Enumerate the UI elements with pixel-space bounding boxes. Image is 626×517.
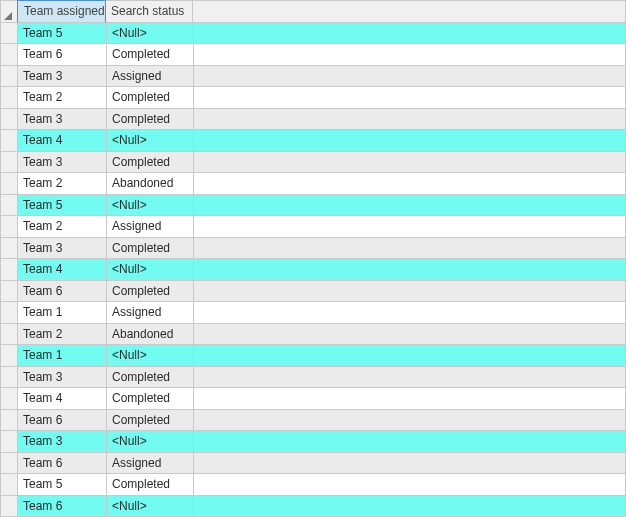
cell-team[interactable]: Team 3 bbox=[18, 367, 107, 389]
row-handle[interactable] bbox=[1, 44, 18, 66]
row-handle[interactable] bbox=[1, 195, 18, 217]
cell-team[interactable]: Team 5 bbox=[18, 474, 107, 496]
cell-status[interactable]: Completed bbox=[107, 238, 194, 260]
cell-status[interactable]: Abandoned bbox=[107, 173, 194, 195]
cell-status[interactable]: Assigned bbox=[107, 302, 194, 324]
table-row[interactable]: Team 6<Null> bbox=[1, 496, 626, 518]
table-row[interactable]: Team 3<Null> bbox=[1, 431, 626, 453]
column-header-row: Team assigned Search status bbox=[1, 1, 626, 23]
table-row[interactable]: Team 1Assigned bbox=[1, 302, 626, 324]
cell-team[interactable]: Team 4 bbox=[18, 259, 107, 281]
row-handle[interactable] bbox=[1, 281, 18, 303]
cell-team[interactable]: Team 1 bbox=[18, 302, 107, 324]
cell-team[interactable]: Team 5 bbox=[18, 23, 107, 45]
cell-status[interactable]: Abandoned bbox=[107, 324, 194, 346]
table-row[interactable]: Team 3Completed bbox=[1, 109, 626, 131]
table-row[interactable]: Team 6Completed bbox=[1, 281, 626, 303]
cell-status[interactable]: Completed bbox=[107, 367, 194, 389]
cell-status[interactable]: Assigned bbox=[107, 66, 194, 88]
cell-team[interactable]: Team 2 bbox=[18, 216, 107, 238]
cell-status[interactable]: <Null> bbox=[107, 130, 194, 152]
cell-team[interactable]: Team 4 bbox=[18, 130, 107, 152]
cell-team[interactable]: Team 1 bbox=[18, 345, 107, 367]
row-handle[interactable] bbox=[1, 453, 18, 475]
row-handle[interactable] bbox=[1, 431, 18, 453]
table-row[interactable]: Team 4Completed bbox=[1, 388, 626, 410]
row-handle[interactable] bbox=[1, 324, 18, 346]
table-row[interactable]: Team 3Completed bbox=[1, 238, 626, 260]
table-row[interactable]: Team 3Assigned bbox=[1, 66, 626, 88]
cell-status[interactable]: <Null> bbox=[107, 496, 194, 518]
cell-status[interactable]: <Null> bbox=[107, 259, 194, 281]
cell-spacer bbox=[194, 259, 626, 281]
cell-team[interactable]: Team 2 bbox=[18, 87, 107, 109]
cell-team[interactable]: Team 3 bbox=[18, 152, 107, 174]
cell-spacer bbox=[194, 324, 626, 346]
row-handle[interactable] bbox=[1, 238, 18, 260]
cell-team[interactable]: Team 4 bbox=[18, 388, 107, 410]
cell-team[interactable]: Team 3 bbox=[18, 431, 107, 453]
row-handle[interactable] bbox=[1, 173, 18, 195]
row-handle[interactable] bbox=[1, 496, 18, 518]
row-handle[interactable] bbox=[1, 388, 18, 410]
table-row[interactable]: Team 3Completed bbox=[1, 152, 626, 174]
row-handle[interactable] bbox=[1, 259, 18, 281]
table-row[interactable]: Team 5Completed bbox=[1, 474, 626, 496]
cell-spacer bbox=[194, 173, 626, 195]
table-row[interactable]: Team 4<Null> bbox=[1, 259, 626, 281]
row-handle[interactable] bbox=[1, 302, 18, 324]
cell-status[interactable]: Completed bbox=[107, 281, 194, 303]
cell-team[interactable]: Team 6 bbox=[18, 44, 107, 66]
row-handle[interactable] bbox=[1, 87, 18, 109]
row-handle[interactable] bbox=[1, 345, 18, 367]
table-row[interactable]: Team 5<Null> bbox=[1, 23, 626, 45]
table-row[interactable]: Team 2Abandoned bbox=[1, 324, 626, 346]
cell-status[interactable]: Assigned bbox=[107, 453, 194, 475]
cell-status[interactable]: <Null> bbox=[107, 195, 194, 217]
cell-team[interactable]: Team 2 bbox=[18, 324, 107, 346]
select-all-corner[interactable] bbox=[1, 1, 18, 23]
column-header-team[interactable]: Team assigned bbox=[17, 0, 106, 23]
row-handle[interactable] bbox=[1, 410, 18, 432]
cell-team[interactable]: Team 6 bbox=[18, 496, 107, 518]
cell-status[interactable]: Completed bbox=[107, 388, 194, 410]
cell-status[interactable]: <Null> bbox=[107, 345, 194, 367]
cell-team[interactable]: Team 5 bbox=[18, 195, 107, 217]
attribute-table[interactable]: Team assigned Search status Team 5<Null>… bbox=[0, 0, 626, 517]
cell-status[interactable]: Completed bbox=[107, 474, 194, 496]
cell-status[interactable]: <Null> bbox=[107, 431, 194, 453]
table-row[interactable]: Team 6Completed bbox=[1, 44, 626, 66]
cell-team[interactable]: Team 6 bbox=[18, 410, 107, 432]
table-row[interactable]: Team 2Completed bbox=[1, 87, 626, 109]
cell-status[interactable]: Completed bbox=[107, 109, 194, 131]
cell-status[interactable]: Completed bbox=[107, 152, 194, 174]
row-handle[interactable] bbox=[1, 66, 18, 88]
cell-status[interactable]: Completed bbox=[107, 410, 194, 432]
row-handle[interactable] bbox=[1, 367, 18, 389]
table-row[interactable]: Team 3Completed bbox=[1, 367, 626, 389]
row-handle[interactable] bbox=[1, 23, 18, 45]
cell-status[interactable]: Completed bbox=[107, 44, 194, 66]
row-handle[interactable] bbox=[1, 216, 18, 238]
cell-team[interactable]: Team 3 bbox=[18, 238, 107, 260]
table-row[interactable]: Team 2Assigned bbox=[1, 216, 626, 238]
table-row[interactable]: Team 1<Null> bbox=[1, 345, 626, 367]
cell-team[interactable]: Team 3 bbox=[18, 66, 107, 88]
cell-team[interactable]: Team 6 bbox=[18, 281, 107, 303]
row-handle[interactable] bbox=[1, 130, 18, 152]
cell-status[interactable]: Assigned bbox=[107, 216, 194, 238]
cell-team[interactable]: Team 6 bbox=[18, 453, 107, 475]
row-handle[interactable] bbox=[1, 474, 18, 496]
table-row[interactable]: Team 4<Null> bbox=[1, 130, 626, 152]
table-row[interactable]: Team 5<Null> bbox=[1, 195, 626, 217]
table-row[interactable]: Team 2Abandoned bbox=[1, 173, 626, 195]
cell-team[interactable]: Team 3 bbox=[18, 109, 107, 131]
table-row[interactable]: Team 6Assigned bbox=[1, 453, 626, 475]
table-row[interactable]: Team 6Completed bbox=[1, 410, 626, 432]
row-handle[interactable] bbox=[1, 109, 18, 131]
cell-team[interactable]: Team 2 bbox=[18, 173, 107, 195]
row-handle[interactable] bbox=[1, 152, 18, 174]
cell-status[interactable]: Completed bbox=[107, 87, 194, 109]
column-header-status[interactable]: Search status bbox=[106, 1, 193, 23]
cell-status[interactable]: <Null> bbox=[107, 23, 194, 45]
